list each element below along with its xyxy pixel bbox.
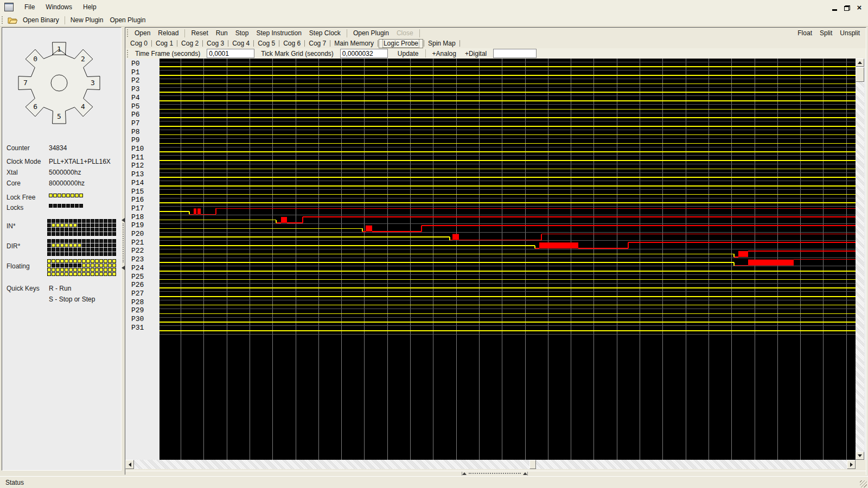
scroll-right-button[interactable]: [847, 460, 856, 469]
horizontal-splitter[interactable]: [125, 471, 866, 476]
open-button[interactable]: Open: [131, 29, 154, 37]
pin-bit: [82, 264, 86, 267]
step-clock-button[interactable]: Step Clock: [305, 29, 344, 37]
pin-bit: [78, 228, 81, 232]
pin-bit: [73, 228, 77, 232]
pin-label-p6: P6: [131, 111, 140, 119]
emulator-panel: OpenReloadResetRunStopStep InstructionSt…: [125, 27, 866, 475]
cog-number: 3: [91, 79, 95, 87]
reload-button[interactable]: Reload: [154, 29, 182, 37]
vertical-scrollbar[interactable]: [856, 59, 864, 460]
stop-button[interactable]: Stop: [232, 29, 253, 37]
horizontal-scroll-thumb[interactable]: [529, 460, 536, 469]
pin-bit: [95, 248, 99, 252]
pin-bit: [108, 219, 112, 223]
tab-logic-probe[interactable]: Logic Probe: [379, 39, 423, 48]
menu-file[interactable]: File: [19, 0, 40, 14]
toolbar-grip[interactable]: [127, 50, 128, 57]
unsplit-button[interactable]: Unsplit: [836, 29, 864, 37]
probe-extra-input[interactable]: [493, 49, 537, 58]
tab-cog-4[interactable]: Cog 4: [229, 40, 253, 48]
open-plugin-button[interactable]: Open Plugin: [106, 16, 149, 24]
splitter-grip[interactable]: [123, 223, 124, 262]
pin-bit: [112, 272, 116, 276]
toolbar-separator: [419, 29, 420, 37]
collapse-up-icon[interactable]: [523, 472, 527, 475]
pin-bit: [60, 228, 64, 232]
tab-cog-3[interactable]: Cog 3: [203, 40, 227, 48]
menu-bar: FileWindowsHelp ×: [0, 0, 868, 14]
logic-probe-toolbar: Time Frame (seconds) Tick Mark Grid (sec…: [125, 48, 866, 59]
pin-label-p31: P31: [131, 324, 144, 332]
pin-bit: [108, 259, 112, 263]
run-button[interactable]: Run: [212, 29, 232, 37]
lock-bit: [49, 204, 53, 208]
splitter-grip[interactable]: [462, 472, 528, 475]
tab-main-memory[interactable]: Main Memory: [331, 40, 377, 48]
update-button[interactable]: Update: [393, 50, 423, 57]
pin-bit: [104, 259, 107, 263]
reset-button[interactable]: Reset: [187, 29, 212, 37]
pin-bit: [104, 248, 107, 252]
pin-bit: [52, 248, 55, 252]
pin-bit: [73, 239, 77, 243]
tab-cog-7[interactable]: Cog 7: [305, 40, 329, 48]
menu-windows[interactable]: Windows: [40, 0, 78, 14]
split-button[interactable]: Split: [816, 29, 836, 37]
horizontal-scrollbar[interactable]: [125, 460, 856, 469]
scroll-down-button[interactable]: [856, 452, 864, 460]
minimize-button[interactable]: [831, 4, 838, 11]
pin-bit: [60, 272, 64, 276]
restore-button[interactable]: [843, 4, 851, 11]
waveform-display: [159, 59, 856, 460]
pin-bit: [86, 248, 90, 252]
float-button[interactable]: Float: [794, 29, 816, 37]
pin-bit: [112, 268, 116, 272]
lock-bit: [53, 194, 57, 197]
lock-bit: [62, 204, 66, 208]
tick-mark-grid-input[interactable]: [340, 49, 388, 58]
pin-bit: [47, 252, 51, 256]
pin-bit: [82, 272, 86, 276]
open-plugin-button[interactable]: Open Plugin: [349, 29, 393, 37]
pin-bit: [112, 252, 116, 256]
time-frame-input[interactable]: [207, 49, 254, 58]
tab-cog-0[interactable]: Cog 0: [127, 40, 151, 48]
open-binary-button[interactable]: Open Binary: [20, 16, 62, 24]
pin-label-p24: P24: [131, 265, 144, 272]
scroll-up-button[interactable]: [856, 59, 864, 67]
resize-grip[interactable]: [860, 480, 867, 487]
step-instruction-button[interactable]: Step Instruction: [252, 29, 305, 37]
close-button[interactable]: ×: [856, 4, 863, 11]
tab-cog-6[interactable]: Cog 6: [280, 40, 304, 48]
collapse-up-icon[interactable]: [462, 472, 467, 475]
toolbar-separator: [347, 29, 347, 37]
new-plugin-button[interactable]: New Plugin: [67, 16, 107, 24]
pin-bit: [65, 272, 68, 276]
pin-bit: [65, 252, 68, 256]
pin-label-p4: P4: [131, 94, 140, 102]
pin-bit: [56, 228, 60, 232]
vertical-scroll-thumb[interactable]: [856, 67, 864, 82]
scroll-left-button[interactable]: [125, 460, 134, 469]
tab-spin-map[interactable]: Spin Map: [425, 40, 459, 48]
tab-divider: [378, 40, 378, 47]
pin-label-p7: P7: [131, 120, 140, 127]
toolbar-grip[interactable]: [2, 16, 3, 24]
toolbar-grip[interactable]: [127, 29, 128, 37]
pin-bit: [91, 223, 94, 227]
tab-cog-1[interactable]: Cog 1: [152, 40, 176, 48]
add-digital-button[interactable]: +Digital: [461, 50, 491, 57]
pin-bit: [108, 272, 112, 276]
tab-cog-5[interactable]: Cog 5: [254, 40, 278, 48]
open-folder-icon: [8, 16, 17, 24]
add-analog-button[interactable]: +Analog: [428, 50, 461, 57]
menu-help[interactable]: Help: [78, 0, 102, 14]
tab-cog-2[interactable]: Cog 2: [178, 40, 202, 48]
pin-label-p19: P19: [131, 222, 144, 229]
cog-number: 6: [33, 102, 37, 111]
tab-divider: [459, 40, 460, 47]
tab-strip: Cog 0Cog 1Cog 2Cog 3Cog 4Cog 5Cog 6Cog 7…: [125, 38, 866, 48]
hub-field-label: Xtal: [7, 169, 18, 176]
pin-label-p15: P15: [131, 188, 144, 196]
